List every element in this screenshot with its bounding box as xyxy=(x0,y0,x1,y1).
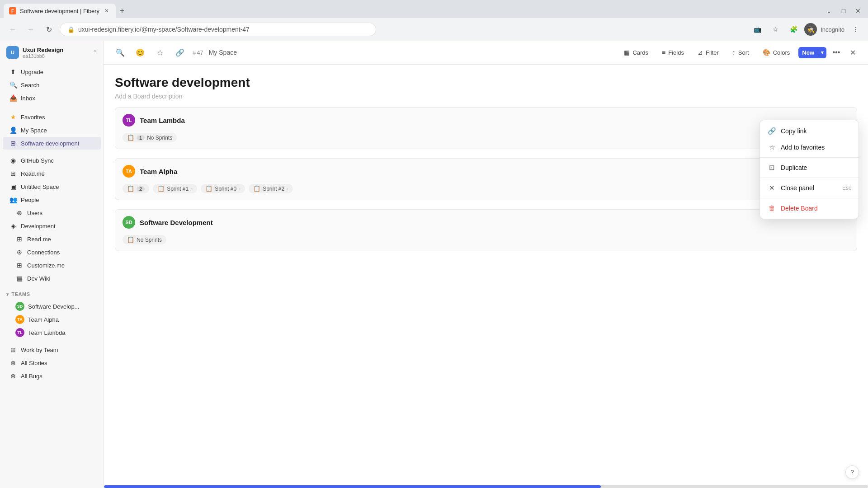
sprint1-icon: 📋 xyxy=(157,185,165,192)
team-lambda-sprint-count[interactable]: 📋 1 No Sprints xyxy=(123,133,177,142)
sidebar-item-all-stories[interactable]: ⊛ All Stories xyxy=(3,357,101,369)
filter-label: Filter xyxy=(706,49,719,56)
customize-icon: ⊞ xyxy=(15,261,24,269)
sidebar-item-inbox[interactable]: 📥 Inbox xyxy=(3,92,101,104)
sprint-2-tag[interactable]: 📋 Sprint #2 › xyxy=(249,184,293,193)
board-description[interactable]: Add a Board description xyxy=(115,93,857,100)
ref-tag: 47 xyxy=(193,49,203,56)
menu-divider-1 xyxy=(760,157,859,158)
sort-icon: ↕ xyxy=(732,49,736,56)
favorites-menu-icon: ☆ xyxy=(767,143,776,151)
fields-button[interactable]: ≡ Fields xyxy=(657,46,689,59)
untitled-icon: ▣ xyxy=(9,183,17,191)
duplicate-label: Duplicate xyxy=(781,164,807,171)
workspace-header[interactable]: U Uxui Redesign ea131bb8 ⌃ xyxy=(0,41,104,64)
sidebar-item-my-space[interactable]: 👤 My Space xyxy=(3,124,101,136)
colors-button[interactable]: 🎨 Colors xyxy=(758,46,795,59)
sort-button[interactable]: ↕ Sort xyxy=(727,46,754,59)
teams-list: SD Software Develop... TA Team Alpha TL … xyxy=(0,299,104,340)
window-close-button[interactable]: ✕ xyxy=(852,5,864,17)
search-toolbar-button[interactable]: 🔍 xyxy=(113,45,127,60)
team-lambda-body: 📋 1 No Sprints xyxy=(115,131,857,149)
add-to-favorites-item[interactable]: ☆ Add to favorites xyxy=(760,139,859,155)
filter-button[interactable]: ⊿ Filter xyxy=(693,46,724,59)
people-label: People xyxy=(21,197,94,203)
sprint-0-tag[interactable]: 📋 Sprint #0 › xyxy=(201,184,245,193)
sidebar-item-people[interactable]: 👥 People xyxy=(3,193,101,206)
sidebar-item-all-bugs[interactable]: ⊛ All Bugs xyxy=(3,370,101,382)
incognito-icon: 🕵 xyxy=(804,23,817,36)
favorites-label: Favorites xyxy=(21,114,94,121)
board-header: Software development Add a Board descrip… xyxy=(104,65,868,107)
delete-board-icon: 🗑 xyxy=(767,204,776,212)
new-tab-button[interactable]: + xyxy=(116,5,128,17)
sidebar-item-search[interactable]: 🔍 Search xyxy=(3,79,101,91)
sidebar-item-untitled-space[interactable]: ▣ Untitled Space xyxy=(3,180,101,193)
sprint2-label: Sprint #2 xyxy=(263,186,284,192)
extensions-button[interactable]: 🧩 xyxy=(786,22,801,37)
cast-button[interactable]: 📺 xyxy=(750,22,764,37)
toolbar-right: ▦ Cards ≡ Fields ⊿ Filter ↕ Sort 🎨 Co xyxy=(619,46,859,59)
sidebar-item-upgrade[interactable]: ⬆ Upgrade xyxy=(3,66,101,78)
sidebar-item-github-sync[interactable]: ◉ GitHub Sync xyxy=(3,154,101,167)
sidebar-item-connections[interactable]: ⊛ Connections xyxy=(3,246,101,258)
sprint-label-tl: No Sprints xyxy=(147,135,172,141)
refresh-button[interactable]: ↻ xyxy=(42,22,56,37)
sidebar-item-dev-wiki[interactable]: ▤ Dev Wiki xyxy=(3,272,101,285)
sprint-1-tag[interactable]: 📋 Sprint #1 › xyxy=(153,184,197,193)
toolbar: 🔍 😊 ☆ 🔗 47 My Space ▦ Cards ≡ Fields xyxy=(104,41,868,65)
close-tab-button[interactable]: ✕ xyxy=(103,7,110,14)
sidebar-item-development[interactable]: ◈ Development xyxy=(3,220,101,232)
star-button[interactable]: ☆ xyxy=(153,45,167,60)
add-to-favorites-label: Add to favorites xyxy=(781,144,825,151)
sidebar-team-lambda[interactable]: TL Team Lambda xyxy=(3,326,101,339)
sidebar-item-readme2[interactable]: ⊞ Read.me xyxy=(3,233,101,245)
cards-button[interactable]: ▦ Cards xyxy=(619,46,653,59)
colors-icon: 🎨 xyxy=(763,49,770,56)
more-options-button[interactable]: ••• xyxy=(830,46,843,59)
sidebar-item-customize[interactable]: ⊞ Customize.me xyxy=(3,259,101,272)
app-container: U Uxui Redesign ea131bb8 ⌃ ⬆ Upgrade 🔍 S… xyxy=(0,41,868,488)
sidebar-item-work-by-team[interactable]: ⊞ Work by Team xyxy=(3,343,101,356)
breadcrumb: My Space xyxy=(209,49,237,56)
team-lambda-name: Team Lambda xyxy=(140,117,185,124)
team-row-lambda: TL Team Lambda 📋 1 No Sprints xyxy=(115,107,857,149)
menu-button[interactable]: ⋮ xyxy=(848,22,863,37)
sidebar-item-favorites[interactable]: ★ Favorites xyxy=(3,111,101,123)
back-button[interactable]: ← xyxy=(5,22,20,37)
minimize-button[interactable]: ⌄ xyxy=(823,5,835,17)
sidebar-team-software-develop[interactable]: SD Software Develop... xyxy=(3,300,101,313)
team-alpha-row-avatar: TA xyxy=(123,165,135,178)
new-button[interactable]: New ▾ xyxy=(798,47,826,58)
sprint0-label: Sprint #0 xyxy=(215,186,236,192)
breadcrumb-my-space[interactable]: My Space xyxy=(209,49,237,56)
close-panel-item[interactable]: ✕ Close panel Esc xyxy=(760,180,859,196)
sidebar-item-readme[interactable]: ⊞ Read.me xyxy=(3,167,101,180)
url-bar[interactable]: 🔒 uxui-redesign.fibery.io/@my-space/Soft… xyxy=(60,23,376,36)
duplicate-item[interactable]: ⊡ Duplicate xyxy=(760,160,859,176)
teams-section-header[interactable]: ▾ Teams xyxy=(0,288,104,299)
upgrade-label: Upgrade xyxy=(21,69,94,75)
team-alpha-avatar: TA xyxy=(15,315,24,324)
team-lambda-avatar: TL xyxy=(15,328,24,337)
sidebar-team-alpha[interactable]: TA Team Alpha xyxy=(3,313,101,326)
forward-button[interactable]: → xyxy=(24,22,38,37)
copy-link-item[interactable]: 🔗 Copy link xyxy=(760,123,859,139)
sidebar-item-software-development[interactable]: ⊞ Software development xyxy=(3,137,101,150)
team-alpha-count-tag[interactable]: 📋 2 xyxy=(123,184,149,193)
emoji-button[interactable]: 😊 xyxy=(133,45,147,60)
sidebar-item-users[interactable]: ⊛ Users xyxy=(3,206,101,219)
delete-board-item[interactable]: 🗑 Delete Board xyxy=(760,200,859,216)
close-panel-button[interactable]: ✕ xyxy=(846,46,859,59)
help-button[interactable]: ? xyxy=(845,465,859,479)
menu-divider-2 xyxy=(760,178,859,178)
active-tab[interactable]: F Software development | Fibery ✕ xyxy=(4,4,116,18)
new-dropdown-arrow[interactable]: ▾ xyxy=(818,50,826,56)
no-sprints-sd-label: No Sprints xyxy=(137,237,162,243)
software-dev-no-sprints[interactable]: 📋 No Sprints xyxy=(123,235,166,244)
link-button[interactable]: 🔗 xyxy=(173,45,187,60)
dev-wiki-label: Dev Wiki xyxy=(27,275,94,282)
maximize-button[interactable]: □ xyxy=(837,5,850,17)
team-sd-label: Software Develop... xyxy=(28,303,79,310)
bookmark-button[interactable]: ☆ xyxy=(768,22,783,37)
